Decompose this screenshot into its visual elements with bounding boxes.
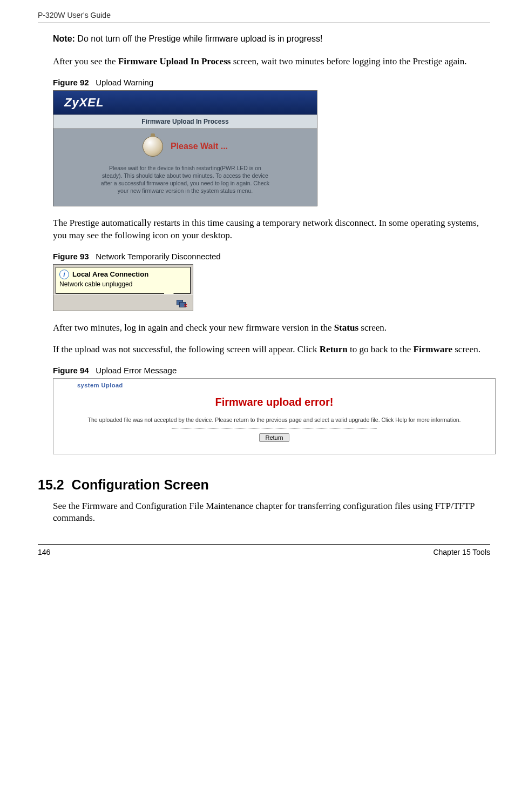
system-tray: × <box>53 294 193 311</box>
figure-93-title: Network Temporarily Disconnected <box>96 252 220 261</box>
para4-bold1: Return <box>320 344 348 354</box>
firmware-upload-body: Please Wait ... Please wait for the devi… <box>53 129 317 206</box>
para1-pre: After you see the <box>53 56 118 66</box>
section-title: Configuration Screen <box>72 477 209 492</box>
please-wait-row: Please Wait ... <box>70 136 301 157</box>
figure-94-upload-error: system Upload Firmware upload error! The… <box>53 378 496 454</box>
balloon-title: Local Area Connection <box>72 270 148 278</box>
figure-93-caption: Figure 93 Network Temporarily Disconnect… <box>53 252 490 261</box>
figure-94-label: Figure 94 <box>53 366 89 375</box>
para4-mid: to go back to the <box>348 344 414 354</box>
figure-92-title: Upload Warning <box>96 78 153 87</box>
paragraph-4: If the upload was not successful, the fo… <box>53 344 490 356</box>
note-label: Note: <box>53 34 75 43</box>
please-wait-text: Please Wait ... <box>171 142 228 151</box>
para3-pre: After two minutes, log in again and chec… <box>53 323 334 333</box>
balloon-title-row: i Local Area Connection <box>59 270 187 279</box>
return-button[interactable]: Return <box>259 433 289 442</box>
para4-pre: If the upload was not successful, the fo… <box>53 344 320 354</box>
firmware-error-text: The uploaded file was not accepted by th… <box>53 416 495 424</box>
dotted-divider <box>172 428 377 429</box>
chapter-label: Chapter 15 Tools <box>433 548 490 556</box>
info-icon: i <box>59 270 69 279</box>
balloon-text: Network cable unplugged <box>59 280 187 288</box>
para4-bold2: Firmware <box>414 344 452 354</box>
section-number: 15.2 <box>38 477 64 492</box>
figure-93-label: Figure 93 <box>53 252 89 261</box>
paragraph-3: After two minutes, log in again and chec… <box>53 322 490 334</box>
para4-post: screen. <box>452 344 480 354</box>
paragraph-5: See the Firmware and Configuration File … <box>53 500 490 525</box>
note-line: Note: Do not turn off the Prestige while… <box>53 34 490 44</box>
para1-bold: Firmware Upload In Process <box>118 56 231 66</box>
figure-94-caption: Figure 94 Upload Error Message <box>53 366 490 375</box>
figure-92-upload-warning: ZyXEL Firmware Upload In Process Please … <box>53 90 317 206</box>
zyxel-title-bar: ZyXEL <box>53 91 317 115</box>
network-disconnected-icon: × <box>177 300 186 307</box>
para1-post: screen, wait two minutes before logging … <box>231 56 466 66</box>
paragraph-1: After you see the Firmware Upload In Pro… <box>53 56 490 68</box>
firmware-upload-title: Firmware Upload In Process <box>53 115 317 129</box>
section-heading-15-2: 15.2 Configuration Screen <box>38 477 490 493</box>
figure-93-network-disconnected: i Local Area Connection Network cable un… <box>53 264 193 311</box>
page-footer: 146 Chapter 15 Tools <box>38 544 490 556</box>
figure-92-label: Figure 92 <box>53 78 89 87</box>
para3-bold: Status <box>334 323 358 333</box>
page-number: 146 <box>38 548 50 556</box>
system-upload-label: system Upload <box>53 379 495 388</box>
zyxel-logo: ZyXEL <box>64 96 104 110</box>
figure-94-title: Upload Error Message <box>96 366 177 375</box>
stopwatch-icon <box>143 136 163 157</box>
para3-post: screen. <box>358 323 387 333</box>
paragraph-2: The Prestige automatically restarts in t… <box>53 217 490 242</box>
red-x-icon: × <box>184 302 187 308</box>
notification-balloon: i Local Area Connection Network cable un… <box>56 267 191 294</box>
firmware-wait-description: Please wait for the device to finish res… <box>99 164 272 195</box>
page-header: P-320W User's Guide <box>38 11 490 23</box>
figure-92-caption: Figure 92 Upload Warning <box>53 78 490 87</box>
note-text: Do not turn off the Prestige while firmw… <box>77 34 322 43</box>
firmware-error-title: Firmware upload error! <box>53 396 495 408</box>
